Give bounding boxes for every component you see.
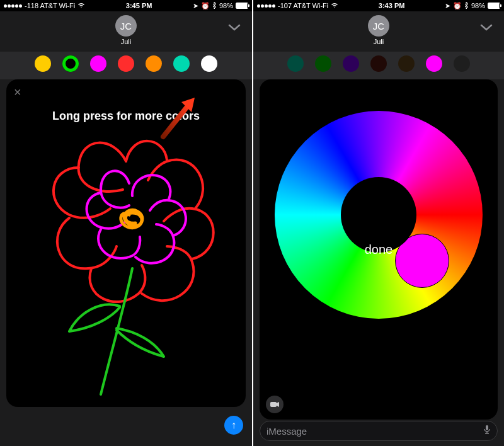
swatch-magenta[interactable]: [90, 55, 106, 72]
battery-pct: 98%: [471, 2, 485, 9]
color-wheel-panel: done: [260, 79, 498, 420]
done-button[interactable]: done: [365, 243, 393, 257]
status-time: 3:43 PM: [379, 2, 405, 9]
screen-left-digitaltouch-draw: -118 AT&T Wi-Fi 3:45 PM ➤ ⏰ 98% JC Juli: [0, 0, 252, 446]
carrier-text: -107 AT&T Wi-Fi: [278, 2, 328, 9]
avatar[interactable]: JC: [115, 15, 137, 37]
swatch-red[interactable]: [118, 55, 134, 72]
screen-right-color-picker: -107 AT&T Wi-Fi 3:43 PM ➤ ⏰ 98% JC Juli: [252, 0, 504, 446]
bluetooth-icon: [212, 2, 217, 10]
flower-drawing: [6, 79, 246, 407]
swatch-gray[interactable]: [454, 55, 470, 72]
carrier-text: -118 AT&T Wi-Fi: [25, 2, 75, 9]
alarm-icon: ⏰: [453, 2, 462, 10]
color-palette: [0, 52, 252, 79]
status-left: -107 AT&T Wi-Fi: [257, 2, 338, 9]
svg-rect-0: [270, 402, 277, 407]
signal-dots-icon: [257, 4, 275, 8]
battery-pct: 98%: [219, 2, 233, 9]
color-picker-handle[interactable]: [395, 234, 449, 288]
wifi-icon: [331, 2, 338, 9]
conversation-header: JC Juli: [253, 11, 504, 52]
swatch-yellow[interactable]: [35, 55, 51, 72]
arrow-up-icon: ↑: [231, 420, 236, 431]
swatch-teal[interactable]: [173, 55, 190, 72]
status-bar: -107 AT&T Wi-Fi 3:43 PM ➤ ⏰ 98%: [253, 0, 504, 11]
chevron-down-icon[interactable]: [480, 21, 493, 35]
drawing-canvas[interactable]: × Long press for more colors: [6, 79, 246, 407]
swatch-teal[interactable]: [287, 55, 304, 72]
swatch-green-selected[interactable]: [62, 55, 79, 72]
contact-name: Juli: [0, 38, 252, 45]
swatch-darkred[interactable]: [370, 55, 387, 72]
mic-icon[interactable]: [483, 425, 491, 437]
bluetooth-icon: [464, 2, 469, 10]
battery-icon: [236, 3, 248, 9]
alarm-icon: ⏰: [201, 2, 210, 10]
battery-icon: [488, 3, 500, 9]
conversation-header: JC Juli: [0, 11, 252, 52]
swatch-brown[interactable]: [398, 55, 415, 72]
camera-button[interactable]: [266, 396, 284, 413]
status-right: ➤ ⏰ 98%: [445, 2, 500, 10]
location-icon: ➤: [193, 2, 198, 10]
contact-name: Juli: [253, 38, 504, 45]
swatch-magenta-active[interactable]: [426, 55, 442, 72]
swatch-orange[interactable]: [146, 55, 162, 72]
swatch-white[interactable]: [201, 55, 217, 72]
message-input[interactable]: iMessage: [260, 421, 498, 441]
camera-icon: [270, 400, 279, 409]
svg-rect-1: [486, 425, 488, 430]
chevron-down-icon[interactable]: [228, 21, 241, 35]
wifi-icon: [77, 2, 85, 9]
signal-dots-icon: [4, 4, 22, 8]
status-time: 3:45 PM: [126, 2, 152, 9]
location-icon: ➤: [445, 2, 450, 10]
color-wheel[interactable]: [275, 111, 483, 319]
swatch-purple[interactable]: [343, 55, 359, 72]
swatch-green[interactable]: [315, 55, 331, 72]
avatar[interactable]: JC: [368, 15, 389, 37]
message-placeholder: iMessage: [266, 426, 307, 437]
send-button[interactable]: ↑: [224, 416, 243, 435]
status-right: ➤ ⏰ 98%: [193, 2, 248, 10]
color-palette: [253, 52, 504, 79]
status-left: -118 AT&T Wi-Fi: [4, 2, 85, 9]
status-bar: -118 AT&T Wi-Fi 3:45 PM ➤ ⏰ 98%: [0, 0, 252, 11]
